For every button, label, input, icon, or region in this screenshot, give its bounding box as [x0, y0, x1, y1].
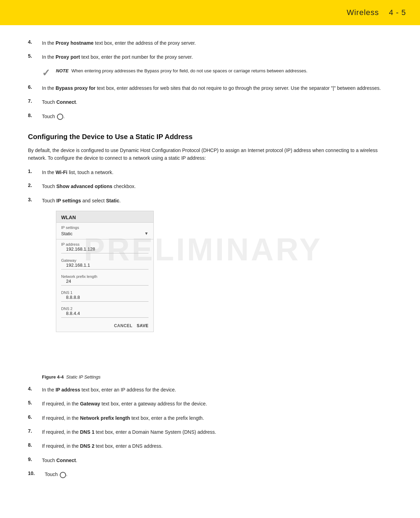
- step-num-8: 8.: [28, 113, 42, 118]
- dialog-gateway-label: Gateway: [56, 256, 153, 262]
- step-s2-5: 5. If required, in the Gateway text box,…: [28, 400, 392, 408]
- step-text-s2-4: In the IP address text box, enter an IP …: [42, 386, 392, 394]
- body-paragraph: By default, the device is configured to …: [28, 146, 392, 162]
- step-text-7: Touch Connect.: [42, 98, 392, 106]
- main-content: 4. In the Proxy hostname text box, enter…: [0, 25, 420, 506]
- header-bar: Wireless 4 - 5: [0, 0, 420, 25]
- steps-section2-bot: 4. In the IP address text box, enter an …: [28, 386, 392, 479]
- step-4: 4. In the Proxy hostname text box, enter…: [28, 39, 392, 47]
- step-num-s2-8: 8.: [28, 442, 42, 448]
- steps-section2-top: 1. In the Wi-Fi list, touch a network. 2…: [28, 168, 392, 204]
- step-text-s2-1: In the Wi-Fi list, touch a network.: [42, 168, 392, 176]
- figure-caption: Figure 4-4 Static IP Settings: [42, 374, 392, 380]
- step-num-5: 5.: [28, 53, 42, 59]
- step-text-s2-9: Touch Connect.: [42, 456, 392, 464]
- step-text-6: In the Bypass proxy for text box, enter …: [42, 84, 392, 92]
- steps-mid: 6. In the Bypass proxy for text box, ent…: [28, 84, 392, 120]
- step-num-s2-4: 4.: [28, 386, 42, 391]
- dialog-ip-settings-row[interactable]: Static ▼: [56, 230, 153, 239]
- step-s2-3: 3. Touch IP settings and select Static.: [28, 197, 392, 204]
- dialog-dns2-value[interactable]: 8.8.4.4: [61, 311, 149, 318]
- note-label: NOTE: [56, 68, 68, 73]
- step-s2-4: 4. In the IP address text box, enter an …: [28, 386, 392, 394]
- step-text-s2-2: Touch Show advanced options checkbox.: [42, 182, 392, 190]
- step-text-s2-6: If required, in the Network prefix lengt…: [42, 414, 392, 422]
- step-num-7: 7.: [28, 98, 42, 104]
- step-5: 5. In the Proxy port text box, enter the…: [28, 53, 392, 61]
- step-7: 7. Touch Connect.: [28, 98, 392, 106]
- home-circle-icon: [57, 114, 63, 120]
- dialog-ip-settings-arrow-icon: ▼: [144, 231, 149, 236]
- dialog-save-button[interactable]: SAVE: [137, 323, 149, 328]
- step-s2-9: 9. Touch Connect.: [28, 456, 392, 464]
- step-text-s2-3: Touch IP settings and select Static.: [42, 197, 392, 204]
- dialog-title: WLAN: [56, 211, 153, 223]
- step-num-s2-6: 6.: [28, 414, 42, 420]
- step-num-s2-1: 1.: [28, 168, 42, 174]
- step-text-s2-10: Touch .: [45, 470, 392, 478]
- dialog-prefix-value[interactable]: 24: [61, 279, 149, 286]
- step-text-s2-8: If required, in the DNS 2 text box, ente…: [42, 442, 392, 450]
- step-text-4: In the Proxy hostname text box, enter th…: [42, 39, 392, 47]
- header-title: Wireless 4 - 5: [347, 8, 406, 17]
- dialog-ip-address-label: IP address: [56, 239, 153, 246]
- note-checkmark-icon: ✓: [42, 68, 52, 78]
- step-num-s2-7: 7.: [28, 428, 42, 434]
- home-circle-icon-2: [60, 472, 66, 478]
- dialog-dns1-label: DNS 1: [56, 288, 153, 295]
- figure-title: Static IP Settings: [66, 374, 101, 380]
- step-num-6: 6.: [28, 84, 42, 90]
- step-num-4: 4.: [28, 39, 42, 45]
- steps-top: 4. In the Proxy hostname text box, enter…: [28, 39, 392, 61]
- step-s2-8: 8. If required, in the DNS 2 text box, e…: [28, 442, 392, 450]
- dialog-ip-settings-label: IP settings: [56, 223, 153, 230]
- step-text-8: Touch .: [42, 113, 392, 120]
- dialog-dns2-label: DNS 2: [56, 304, 153, 311]
- dialog-gateway-value[interactable]: 192.168.1.1: [61, 262, 149, 269]
- step-8: 8. Touch .: [28, 113, 392, 120]
- step-num-s2-10: 10.: [28, 470, 45, 476]
- dialog-prefix-label: Network prefix length: [56, 272, 153, 279]
- note-box: ✓ NOTEWhen entering proxy addresses the …: [42, 67, 392, 78]
- step-s2-10: 10. Touch .: [28, 470, 392, 478]
- dialog-ip-settings-value: Static: [61, 231, 73, 236]
- device-dialog: WLAN IP settings Static ▼ IP address 192…: [56, 211, 154, 332]
- step-s2-7: 7. If required, in the DNS 1 text box, e…: [28, 428, 392, 436]
- step-s2-2: 2. Touch Show advanced options checkbox.: [28, 182, 392, 190]
- step-num-s2-3: 3.: [28, 197, 42, 202]
- figure-num: Figure 4-4: [42, 374, 64, 380]
- step-text-s2-5: If required, in the Gateway text box, en…: [42, 400, 392, 408]
- dialog-dns1-value[interactable]: 8.8.8.8: [61, 295, 149, 302]
- note-content: NOTEWhen entering proxy addresses the By…: [56, 67, 307, 74]
- step-num-s2-2: 2.: [28, 182, 42, 188]
- dialog-ip-address-value[interactable]: 192.168.1.128: [61, 246, 149, 253]
- note-text: When entering proxy addresses the Bypass…: [71, 68, 307, 73]
- section-heading: Configuring the Device to Use a Static I…: [28, 133, 392, 141]
- step-s2-6: 6. If required, in the Network prefix le…: [28, 414, 392, 422]
- step-num-s2-5: 5.: [28, 400, 42, 405]
- dialog-cancel-button[interactable]: CANCEL: [114, 323, 132, 328]
- step-num-s2-9: 9.: [28, 456, 42, 462]
- dialog-section: PRELIMINARY WLAN IP settings Static ▼ IP…: [42, 211, 287, 372]
- dialog-footer: CANCEL SAVE: [56, 320, 153, 332]
- step-s2-1: 1. In the Wi-Fi list, touch a network.: [28, 168, 392, 176]
- step-6: 6. In the Bypass proxy for text box, ent…: [28, 84, 392, 92]
- step-text-5: In the Proxy port text box, enter the po…: [42, 53, 392, 61]
- step-text-s2-7: If required, in the DNS 1 text box, ente…: [42, 428, 392, 436]
